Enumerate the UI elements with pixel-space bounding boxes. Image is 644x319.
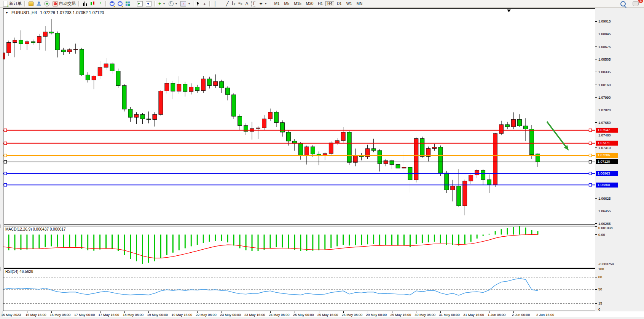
- trendline-button[interactable]: ╱: [224, 0, 230, 7]
- signals-icon: [44, 1, 49, 6]
- notification-badge: 1: [638, 0, 643, 3]
- price-tag: 1.07547: [596, 128, 618, 133]
- timeframe-button-m15[interactable]: M15: [292, 1, 303, 6]
- cursor-button[interactable]: [196, 0, 201, 7]
- macd-label: MACD(12,26,9) 0.000437 0.000017: [5, 227, 65, 231]
- price-chart-pane[interactable]: [3, 8, 595, 225]
- timeframe-group: M1M5M15M30H1H4D1W1MN: [273, 1, 365, 6]
- trendline-icon: ╱: [226, 2, 228, 6]
- toolbar-right-group: 1: [619, 0, 644, 7]
- vertical-line-button[interactable]: │: [212, 0, 218, 7]
- rsi-tick-label: 0: [598, 308, 600, 311]
- pane-separator-grip[interactable]: [0, 267, 4, 271]
- chart-dropdown-icon[interactable]: ▼: [5, 11, 8, 14]
- toolbar-separator: [270, 1, 271, 6]
- toolbar-separator: [154, 1, 156, 6]
- price-tick: [595, 72, 597, 72]
- clock-icon: [169, 1, 174, 6]
- horizontal-line-icon: ─: [220, 2, 223, 6]
- price-tick-label: 1.08505: [598, 58, 611, 61]
- timeframe-button-m5[interactable]: M5: [282, 1, 291, 6]
- community-icon: [37, 2, 41, 6]
- toolbar-separator: [78, 1, 80, 6]
- auto-scroll-icon: [137, 1, 143, 6]
- chevron-down-icon: ▼: [265, 2, 267, 5]
- price-tick-label: 1.06455: [598, 209, 611, 213]
- macd-tick-label: 0.001038: [598, 226, 613, 230]
- price-tick-label: 1.09015: [598, 19, 611, 23]
- macd-tick-label: -0.003759: [598, 262, 614, 266]
- auto-trading-icon: [53, 1, 58, 6]
- chart-shift-marker[interactable]: [507, 10, 511, 12]
- indicators-button[interactable]: +▼: [157, 0, 167, 7]
- timeframe-button-mn[interactable]: MN: [355, 1, 365, 6]
- time-axis-label: 25 May 16:00: [317, 313, 338, 317]
- auto-trading-button[interactable]: 自动交易: [51, 0, 77, 7]
- pane-separator-grip[interactable]: [0, 224, 4, 228]
- rsi-pane[interactable]: [3, 268, 595, 311]
- zoom-out-icon: −: [118, 1, 123, 6]
- line-chart-button[interactable]: [96, 0, 104, 7]
- timeframe-button-d1[interactable]: D1: [335, 1, 344, 6]
- macd-tick: [595, 234, 597, 235]
- price-tick-label: 1.08160: [598, 83, 611, 87]
- price-tick-label: 1.07820: [598, 108, 611, 112]
- zoom-out-button[interactable]: −: [116, 0, 124, 7]
- time-axis-label: 24 May 08:00: [269, 313, 290, 317]
- channel-button[interactable]: ∥E: [230, 0, 237, 7]
- new-order-label: 新订单: [9, 1, 22, 6]
- price-tick: [595, 135, 597, 135]
- time-axis-label: 29 May 16:00: [391, 313, 411, 317]
- search-button[interactable]: [619, 0, 627, 7]
- text-button[interactable]: A: [244, 0, 250, 7]
- price-tick-label: 1.06625: [598, 197, 611, 200]
- tile-windows-button[interactable]: [124, 0, 132, 7]
- time-axis-label: 31 May 16:00: [463, 313, 484, 317]
- zoom-in-button[interactable]: +: [108, 0, 116, 7]
- arrows-button[interactable]: ✦▼: [258, 0, 269, 7]
- chevron-down-icon: ▼: [163, 2, 166, 5]
- auto-scroll-button[interactable]: [135, 0, 144, 7]
- notifications-button[interactable]: 1: [631, 0, 640, 7]
- crosshair-icon: ＋: [202, 2, 207, 6]
- market-button[interactable]: [27, 0, 35, 7]
- time-axis-label: 22 May 08:00: [196, 313, 217, 317]
- time-axis-label: 30 May 08:00: [414, 313, 435, 317]
- signals-button[interactable]: [43, 0, 51, 7]
- zoom-in-icon: +: [110, 1, 115, 6]
- bar-chart-button[interactable]: [81, 0, 89, 7]
- chat-icon: [633, 1, 639, 6]
- rsi-tick: [595, 289, 597, 290]
- timeframe-button-w1[interactable]: W1: [344, 1, 354, 6]
- price-tag: 1.07371: [596, 141, 618, 146]
- macd-pane[interactable]: [3, 226, 595, 267]
- toolbar-separator: [105, 1, 107, 6]
- time-axis-label: 2 Jun 16:00: [536, 313, 554, 317]
- timeframe-button-m1[interactable]: M1: [273, 1, 282, 6]
- timeframe-button-m30[interactable]: M30: [304, 1, 315, 6]
- cursor-icon: [197, 1, 200, 6]
- chart-shift-button[interactable]: [144, 0, 153, 7]
- crosshair-button[interactable]: ＋: [201, 0, 208, 7]
- price-tick: [595, 21, 597, 22]
- template-icon: [180, 1, 186, 6]
- new-order-button[interactable]: 新订单: [2, 0, 23, 7]
- horizontal-line-button[interactable]: ─: [218, 0, 225, 7]
- toolbar-separator: [133, 1, 134, 6]
- time-axis-label: 17 May 16:00: [99, 313, 120, 317]
- periods-button[interactable]: ▼: [167, 0, 179, 7]
- auto-trading-label: 自动交易: [59, 1, 76, 6]
- time-axis-label: 18 May 08:00: [123, 313, 144, 317]
- macd-tick-label: 0.00: [598, 233, 605, 237]
- timeframe-button-h4[interactable]: H4: [325, 1, 334, 6]
- price-tick: [595, 85, 597, 85]
- chart-ohlc-values: 1.07228 1.07233 1.07052 1.07120: [40, 10, 104, 15]
- text-label-button[interactable]: T: [250, 0, 257, 7]
- templates-button[interactable]: ▼: [179, 0, 192, 7]
- candle-chart-button[interactable]: [89, 0, 96, 7]
- time-axis-label: 17 May 00:00: [74, 313, 95, 317]
- fibonacci-button[interactable]: ≡F: [237, 0, 244, 7]
- time-axis-label: 25 May 00:00: [293, 313, 314, 317]
- timeframe-button-h1[interactable]: H1: [316, 1, 325, 6]
- community-button[interactable]: [35, 0, 43, 7]
